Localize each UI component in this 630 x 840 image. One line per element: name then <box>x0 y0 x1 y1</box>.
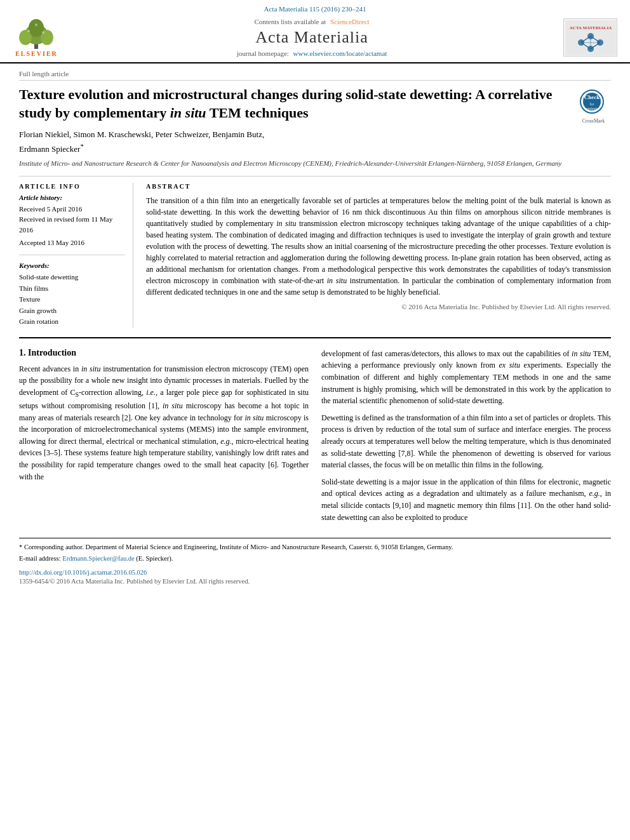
svg-text:for: for <box>590 102 594 106</box>
journal-center-info: Contents lists available at ScienceDirec… <box>60 18 563 57</box>
keywords-label: Keywords: <box>19 262 125 269</box>
abstract-text: The transition of a thin film into an en… <box>146 195 611 298</box>
article-history-label: Article history: <box>19 194 125 201</box>
svg-text:ACTA MATERIALIA: ACTA MATERIALIA <box>569 25 611 30</box>
svg-point-5 <box>27 30 30 32</box>
elsevier-logo: ELSEVIER <box>13 18 60 57</box>
svg-text:updates: updates <box>586 107 598 110</box>
journal-title: Acta Materialia <box>60 28 563 47</box>
acta-logo: ACTA MATERIALIA <box>563 18 617 57</box>
homepage-url[interactable]: www.elsevier.com/locate/actamat <box>293 50 387 57</box>
corresponding-author-note: * Corresponding author. Department of Ma… <box>19 542 611 552</box>
elsevier-tree-icon <box>13 18 60 49</box>
article-body-left: 1. Introduction Recent advances in in si… <box>19 348 309 528</box>
svg-point-6 <box>42 31 44 34</box>
svg-text:Check: Check <box>584 94 600 100</box>
article-title: Texture evolution and microstructural ch… <box>19 86 576 122</box>
journal-homepage: journal homepage: www.elsevier.com/locat… <box>60 50 563 57</box>
issn-notice: 1359-6454/© 2016 Acta Materialia Inc. Pu… <box>19 578 611 585</box>
article-history-text: Received 5 April 2016 Received in revise… <box>19 204 125 248</box>
authors: Florian Niekiel, Simon M. Kraschewski, P… <box>19 128 611 155</box>
email-note: E-mail address: Erdmann.Spiecker@fau.de … <box>19 554 611 564</box>
acta-logo-icon: ACTA MATERIALIA <box>565 20 616 55</box>
intro-para2: development of fast cameras/detectors, t… <box>321 348 611 407</box>
doi-section: http://dx.doi.org/10.1016/j.actamat.2016… <box>19 569 611 585</box>
doi-link[interactable]: http://dx.doi.org/10.1016/j.actamat.2016… <box>19 569 147 576</box>
intro-para4: Solid-state dewetting is a major issue i… <box>321 476 611 523</box>
abstract-heading: ABSTRACT <box>146 183 611 190</box>
article-info-heading: ARTICLE INFO <box>19 183 125 190</box>
sciencedirect-link[interactable]: ScienceDirect <box>330 18 370 25</box>
affiliation: Institute of Micro- and Nanostructure Re… <box>19 159 611 168</box>
copyright-notice: © 2016 Acta Materialia Inc. Published by… <box>146 303 611 310</box>
article-body-right: development of fast cameras/detectors, t… <box>321 348 611 528</box>
svg-point-7 <box>35 23 37 26</box>
keywords-list: Solid-state dewetting Thin films Texture… <box>19 272 125 328</box>
footnotes-section: * Corresponding author. Department of Ma… <box>19 538 611 564</box>
section-1-heading: 1. Introduction <box>19 348 309 358</box>
intro-para3: Dewetting is defined as the transformati… <box>321 412 611 471</box>
crossmark-icon: Check for updates <box>576 89 608 116</box>
article-type: Full length article <box>19 70 611 81</box>
crossmark-label: CrossMark <box>576 118 611 124</box>
intro-para1: Recent advances in in situ instrumentati… <box>19 363 309 483</box>
crossmark-logo[interactable]: Check for updates CrossMark <box>576 89 611 117</box>
author-email[interactable]: Erdmann.Spiecker@fau.de <box>62 555 134 562</box>
journal-citation: Acta Materialia 115 (2016) 230–241 <box>13 5 617 13</box>
svg-point-4 <box>29 19 44 37</box>
